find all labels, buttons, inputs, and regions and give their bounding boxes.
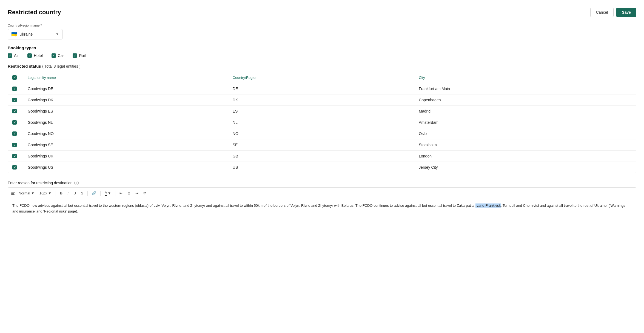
row-checkbox-1[interactable] [12,98,17,102]
row-checkbox-cell [8,106,23,117]
row-checkbox-cell [8,128,23,139]
country-region-label: Country/Region name * [8,24,636,27]
editor-content[interactable]: The FCDO now advises against all but ess… [8,199,636,232]
row-legal-entity: Goodwings ES [23,106,228,117]
table-row: Goodwings US US Jersey City [8,162,636,173]
row-legal-entity: Goodwings NL [23,117,228,128]
row-checkbox-3[interactable] [12,120,17,125]
strikethrough-button[interactable]: S [79,190,85,196]
row-checkbox-cell [8,94,23,106]
cancel-button[interactable]: Cancel [590,8,614,17]
bold-button[interactable]: B [58,190,64,196]
align-right-button[interactable]: ⇥ [133,190,140,196]
chevron-down-icon: ▼ [56,32,59,36]
row-legal-entity: Goodwings UK [23,151,228,162]
format-dropdown-label: Normal [19,191,30,195]
page-header: Restricted country Cancel Save [8,8,636,17]
row-city: Oslo [414,128,636,139]
font-size-label: 16px [39,191,47,195]
row-country-region: NL [228,117,414,128]
toolbar-separator-1 [56,191,56,196]
row-country-region: ES [228,106,414,117]
row-country-region: GB [228,151,414,162]
air-label: Air [14,53,19,58]
row-legal-entity: Goodwings DK [23,94,228,106]
info-icon[interactable]: i [74,181,79,185]
align-left-button[interactable]: ⇤ [118,190,124,196]
row-city: Madrid [414,106,636,117]
format-dropdown[interactable]: Normal ▼ [17,190,36,196]
row-city: Copenhagen [414,94,636,106]
hotel-label: Hotel [34,53,43,58]
table-header-city: City [414,72,636,83]
table-row: Goodwings NO NO Oslo [8,128,636,139]
align-justify-button[interactable]: ⇄ [141,190,148,196]
row-checkbox-cell [8,139,23,151]
row-checkbox-cell [8,117,23,128]
reason-label: Enter reason for restricting destination… [8,181,636,185]
rail-label: Rail [79,53,86,58]
save-button[interactable]: Save [616,8,636,17]
row-country-region: DE [228,83,414,94]
car-checkbox[interactable] [52,53,56,58]
row-country-region: SE [228,139,414,151]
table-body: Goodwings DE DE Frankfurt am Main Goodwi… [8,83,636,173]
font-size-dropdown[interactable]: 16px ▼ [38,190,53,196]
booking-types-list: Air Hotel Car Rail [8,53,636,58]
paragraph-icon [11,192,15,195]
restricted-status-section: Restricted status ( Total 8 legal entiti… [8,64,636,173]
row-checkbox-7[interactable] [12,165,17,170]
table-header-country-region: Country/Region [228,72,414,83]
row-legal-entity: Goodwings SE [23,139,228,151]
editor-toolbar: Normal ▼ 16px ▼ B I U S [8,188,636,199]
row-legal-entity: Goodwings US [23,162,228,173]
row-checkbox-cell [8,162,23,173]
booking-type-air[interactable]: Air [8,53,19,58]
font-size-chevron-icon: ▼ [48,191,52,195]
country-region-select[interactable]: 🇺🇦 Ukraine ▼ [8,29,62,39]
table-row: Goodwings UK GB London [8,151,636,162]
table-row: Goodwings SE SE Stockholm [8,139,636,151]
table-row: Goodwings DE DE Frankfurt am Main [8,83,636,94]
row-city: Frankfurt am Main [414,83,636,94]
row-country-region: DK [228,94,414,106]
car-label: Car [58,53,64,58]
font-color-button[interactable]: A ▼ [103,190,113,197]
rail-checkbox[interactable] [73,53,77,58]
row-city: London [414,151,636,162]
country-region-field: Country/Region name * 🇺🇦 Ukraine ▼ [8,24,636,39]
row-checkbox-5[interactable] [12,143,17,147]
booking-type-hotel[interactable]: Hotel [27,53,43,58]
ukraine-flag-icon: 🇺🇦 [11,31,17,37]
table-header-checkbox-col [8,72,23,83]
booking-type-car[interactable]: Car [52,53,64,58]
toolbar-separator-3 [100,191,101,196]
row-city: Stockholm [414,139,636,151]
restricted-status-subtitle: ( Total 8 legal entities ) [42,64,81,68]
booking-types-title: Booking types [8,45,636,50]
air-checkbox[interactable] [8,53,12,58]
row-checkbox-4[interactable] [12,131,17,136]
link-button[interactable]: 🔗 [90,190,98,196]
font-color-chevron-icon: ▼ [108,191,111,195]
hotel-checkbox[interactable] [27,53,32,58]
row-city: Jersey City [414,162,636,173]
table-header-legal-entity: Legal entity name [23,72,228,83]
table-row: Goodwings DK DK Copenhagen [8,94,636,106]
legal-entities-table: Legal entity name Country/Region City Go… [8,72,636,173]
align-center-button[interactable]: ≣ [126,190,132,196]
table-header: Legal entity name Country/Region City [8,72,636,83]
row-checkbox-2[interactable] [12,109,17,113]
underline-button[interactable]: U [72,190,78,196]
country-select-inner: 🇺🇦 Ukraine [11,31,33,37]
editor-highlighted-text: Ivano-Frankivsk [475,203,501,208]
row-checkbox-0[interactable] [12,87,17,91]
italic-button[interactable]: I [65,190,70,196]
row-checkbox-cell [8,83,23,94]
row-checkbox-6[interactable] [12,154,17,158]
select-all-checkbox[interactable] [12,75,17,80]
booking-type-rail[interactable]: Rail [73,53,86,58]
page-title: Restricted country [8,9,61,16]
reason-section: Enter reason for restricting destination… [8,181,636,232]
row-checkbox-cell [8,151,23,162]
